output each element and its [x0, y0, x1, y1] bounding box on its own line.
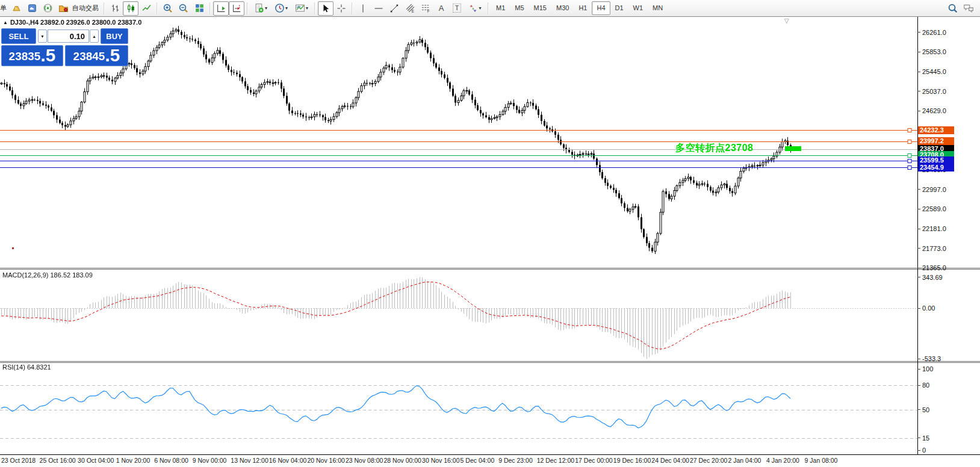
chevron-down-icon: ▾: [306, 5, 308, 11]
buy-button[interactable]: BUY: [101, 28, 128, 44]
time-axis-label: 9 Nov 00:00: [193, 457, 227, 464]
trendline-tool-icon[interactable]: [386, 1, 402, 16]
toolbar-separator: [209, 2, 211, 14]
timeframe-m30[interactable]: M30: [551, 1, 574, 15]
one-click-trade-panel: SELL ▼ ▲ BUY 23835.5 23845.5: [1, 27, 128, 66]
axis-tick-label: 343.69: [922, 274, 943, 281]
axis-tick-label: 21773.0: [922, 245, 946, 252]
svg-text:F: F: [427, 9, 429, 13]
rsi-pane[interactable]: [0, 363, 917, 454]
sell-price-main: 23835: [9, 49, 41, 64]
chevron-down-icon: ▾: [285, 5, 288, 11]
volume-decrease-button[interactable]: ▼: [38, 29, 47, 43]
axis-tick-label: 22997.0: [922, 186, 946, 193]
autotrading-label[interactable]: 自动交易: [72, 4, 99, 13]
chart-title: ▲ DJ30-,H4 23892.0 23926.0 23800.0 23837…: [3, 19, 141, 26]
autotrading-icon[interactable]: [55, 1, 71, 16]
chart-title-text: DJ30-,H4 23892.0 23926.0 23800.0 23837.0: [10, 19, 141, 26]
collapse-arrow-icon[interactable]: ▲: [3, 20, 8, 25]
pane-resizer-rsi[interactable]: [0, 361, 980, 363]
price-tag: 24232.3: [918, 126, 954, 134]
time-axis-label: 28 Nov 00:00: [384, 457, 421, 464]
chevron-down-icon: ▾: [479, 5, 481, 11]
timeframe-d1[interactable]: D1: [610, 1, 628, 15]
price-tag: 23454.9: [918, 164, 954, 172]
time-axis-label: 13 Nov 12:00: [231, 457, 268, 464]
signal-icon[interactable]: [40, 1, 55, 16]
axis-tick-label: 25445.0: [922, 68, 946, 75]
shift-end-marker-icon[interactable]: ▽: [784, 17, 789, 24]
chart-shift-icon[interactable]: [229, 1, 244, 16]
price-axis-line: [917, 17, 918, 454]
axis-tick-label: 22181.0: [922, 225, 946, 232]
axis-tick: [917, 409, 920, 410]
toolbar-separator: [247, 2, 248, 14]
volume-increase-button[interactable]: ▲: [90, 29, 99, 43]
buy-price[interactable]: 23845.5: [65, 45, 128, 66]
axis-tick-label: 100: [922, 365, 933, 373]
tile-windows-icon[interactable]: [191, 1, 207, 16]
time-axis-label: 6 Nov 08:00: [154, 457, 188, 464]
toolbar-separator: [488, 2, 489, 14]
volume-input[interactable]: [48, 29, 89, 43]
time-axis-label: 16 Nov 04:00: [269, 457, 306, 464]
pane-resizer-macd[interactable]: [0, 268, 980, 270]
timeframe-m15[interactable]: M15: [529, 1, 551, 15]
sell-button[interactable]: SELL: [1, 28, 36, 44]
price-tag: 23997.2: [918, 137, 954, 145]
turning-point-annotation: 多空转折点23708: [675, 142, 754, 155]
periods-clock-icon[interactable]: ▾: [271, 1, 291, 16]
bar-chart-icon[interactable]: [107, 1, 123, 16]
timeframe-h1[interactable]: H1: [574, 1, 592, 15]
macd-pane[interactable]: [0, 270, 917, 361]
mt4-window: 单 自动交易: [0, 0, 980, 467]
axis-tick-label: 25037.0: [922, 88, 946, 95]
fibonacci-tool-icon[interactable]: F: [418, 1, 433, 16]
time-axis-label: 9 Jan 08:00: [805, 457, 838, 464]
new-order-button[interactable]: 单: [0, 4, 8, 13]
chat-icon[interactable]: [961, 1, 976, 16]
zoom-in-icon[interactable]: [160, 1, 176, 16]
indicators-icon[interactable]: ▾: [250, 1, 271, 16]
crosshair-icon[interactable]: [333, 1, 349, 16]
channel-tool-icon[interactable]: E: [402, 1, 418, 16]
timeframe-m5[interactable]: M5: [510, 1, 529, 15]
axis-tick-label: 15: [922, 435, 929, 442]
axis-tick: [917, 111, 920, 111]
cloud-page-icon[interactable]: [24, 1, 40, 16]
auto-scroll-icon[interactable]: [213, 1, 229, 16]
axis-tick: [917, 438, 920, 438]
text-tool-icon[interactable]: A: [433, 1, 449, 16]
nugget-icon[interactable]: [8, 1, 24, 16]
toolbar-separator: [157, 2, 158, 14]
main-price-chart[interactable]: [0, 17, 917, 268]
timeframe-h4[interactable]: H4: [592, 1, 610, 15]
axis-tick: [917, 52, 920, 52]
label-tool-icon[interactable]: T: [449, 1, 465, 16]
axis-tick-label: 25853.0: [922, 48, 946, 55]
axis-tick-label: -533.3: [922, 355, 941, 362]
timeframe-group: M1M5M15M30H1H4D1W1MN: [491, 1, 668, 15]
cursor-icon[interactable]: [318, 1, 333, 16]
vertical-line-tool-icon[interactable]: [355, 1, 371, 16]
macd-label: MACD(12,26,9) 186.52 183.09: [2, 271, 93, 279]
timeframe-mn[interactable]: MN: [648, 1, 668, 15]
timeframe-m1[interactable]: M1: [491, 1, 510, 15]
axis-tick: [917, 277, 920, 277]
templates-icon[interactable]: ▾: [291, 1, 312, 16]
price-marker-dot: [12, 247, 14, 249]
sell-price[interactable]: 23835.5: [1, 45, 63, 66]
time-axis-label: 1 Nov 20:00: [116, 457, 150, 464]
zoom-out-icon[interactable]: [176, 1, 191, 16]
line-chart-icon[interactable]: [138, 1, 154, 16]
time-axis-label: 30 Oct 04:00: [78, 457, 114, 464]
search-icon[interactable]: [945, 1, 961, 16]
time-axis-label: 12 Dec 12:00: [537, 457, 574, 464]
arrows-tool-icon[interactable]: ▾: [465, 1, 485, 16]
toolbar-right-group: [945, 1, 976, 16]
candlestick-chart-icon[interactable]: [123, 1, 138, 16]
timeframe-w1[interactable]: W1: [628, 1, 648, 15]
axis-tick-label: 0.00: [922, 305, 935, 312]
horizontal-line-tool-icon[interactable]: [371, 1, 386, 16]
axis-tick: [917, 369, 920, 370]
